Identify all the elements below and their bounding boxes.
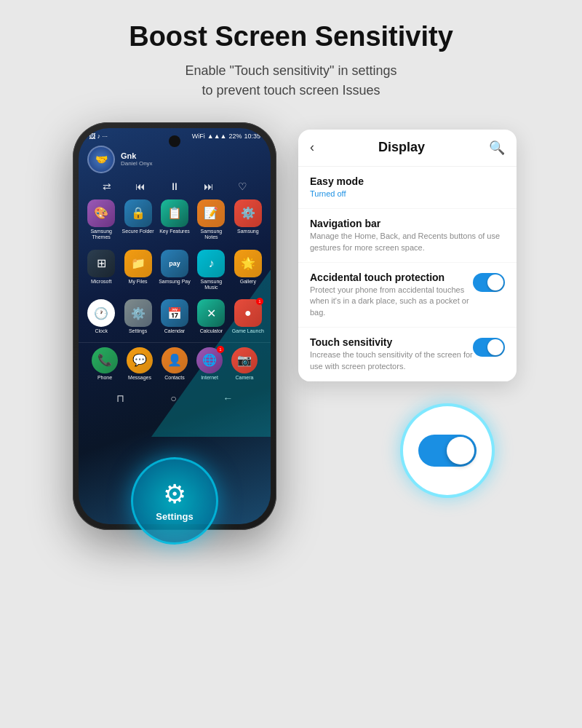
wifi-icon: WiFi [192,132,205,140]
big-toggle[interactable] [418,435,477,467]
profile-info: Gnk Daniel Onyx [121,151,153,167]
settings-highlight-circle[interactable]: ⚙ Settings [131,457,218,545]
app-my-files[interactable]: 📁 My Files [121,250,154,291]
panel-header: ‹ Display 🔍 [298,130,517,167]
panel-item-touch-sensitivity[interactable]: Touch sensitivity Increase the touch sen… [298,328,517,381]
shuffle-btn[interactable]: ⇄ [103,181,111,192]
app-icon-calendar: 📅 [161,299,188,327]
accidental-touch-row: Accidental touch protection Protect your… [310,272,505,318]
app-key-features[interactable]: 📋 Key Features [158,199,191,241]
dock-icon-camera: 📷 [231,347,258,373]
dock: 📞 Phone 💬 Messages 👤 Contacts 🌐 [79,342,271,385]
touch-sensitivity-toggle[interactable] [473,338,505,357]
prev-btn[interactable]: ⏮ [135,181,146,192]
dock-messages[interactable]: 💬 Messages [127,347,153,381]
app-gallery[interactable]: 🌟 Gallery [231,250,265,291]
app-label-secure: Secure Folder [122,229,154,234]
touch-sensitivity-row: Touch sensitivity Increase the touch sen… [310,336,505,372]
signal-icon: ▲▲▲ [207,132,227,140]
app-microsoft[interactable]: ⊞ Microsoft [84,250,118,291]
app-label-notes: Samsung Notes [194,229,228,241]
app-label-key: Key Features [159,229,190,234]
page-title: Boost Screen Sensitivity [129,22,453,52]
app-label-calculator: Calculator [200,328,223,334]
app-samsung-music[interactable]: ♪ Samsung Music [194,250,228,291]
dock-label-contacts: Contacts [164,375,185,381]
dock-label-internet: Internet [201,375,218,381]
app-calendar[interactable]: 📅 Calendar [158,299,191,334]
app-icon-settings: ⚙️ [124,299,152,327]
accidental-touch-text: Accidental touch protection Protect your… [310,272,473,318]
easy-mode-subtitle: Turned off [310,189,505,199]
panel-search-icon[interactable]: 🔍 [489,140,505,156]
app-label-calendar: Calendar [164,328,185,334]
phone-mockup: 🖼 ♪ ··· WiFi ▲▲▲ 22% 10:35 🤝 Gnk [65,122,284,530]
app-samsung-notes[interactable]: 📝 Samsung Notes [194,199,228,241]
app-icon-clock: 🕐 [87,299,115,327]
profile-subtitle: Daniel Onyx [121,160,153,167]
app-icon-game: ● 1 [234,299,262,327]
touch-sensitivity-title: Touch sensitivity [310,336,473,348]
app-label-pay: Samsung Pay [159,279,191,285]
dock-internet[interactable]: 🌐 1 Internet [196,347,223,381]
nav-bar: ⊓ ○ ← [79,388,271,408]
page-subtitle: Enable "Touch sensitivity" in settingsto… [186,61,397,100]
app-samsung[interactable]: ⚙️ Samsung [231,199,265,241]
media-controls: ⇄ ⏮ ⏸ ⏭ ♡ [79,178,271,195]
accidental-touch-toggle[interactable] [473,273,505,292]
app-samsung-pay[interactable]: pay Samsung Pay [158,250,191,291]
status-left: 🖼 ♪ ··· [89,132,108,140]
profile-name: Gnk [121,151,153,160]
main-content: 🖼 ♪ ··· WiFi ▲▲▲ 22% 10:35 🤝 Gnk [15,122,567,530]
app-icon-key: 📋 [161,199,188,227]
dock-icon-internet: 🌐 1 [196,347,223,373]
panel-item-accidental-touch[interactable]: Accidental touch protection Protect your… [298,263,517,328]
accidental-touch-subtitle: Protect your phone from accidental touch… [310,285,473,318]
toggle-knob-sensitivity [487,339,503,355]
app-grid-row2: ⊞ Microsoft 📁 My Files pay Samsung Pay ♪… [79,245,271,296]
app-icon-secure: 🔒 [124,199,152,227]
dock-label-phone: Phone [97,375,112,381]
right-section: ‹ Display 🔍 Easy mode Turned off Navigat… [298,122,517,498]
app-label-music: Samsung Music [194,279,228,291]
touch-sensitivity-text: Touch sensitivity Increase the touch sen… [310,336,473,372]
panel-back-btn[interactable]: ‹ [310,140,314,155]
dock-icon-phone: 📞 [92,347,118,373]
settings-circle-icon: ⚙ [163,479,186,510]
app-label-game: Game Launch [232,328,264,334]
app-icon-notes: 📝 [197,199,225,227]
app-settings[interactable]: ⚙️ Settings [121,299,154,334]
settings-panel: ‹ Display 🔍 Easy mode Turned off Navigat… [298,130,517,381]
app-label-files: My Files [129,279,148,285]
nav-back[interactable]: ← [223,392,233,404]
app-secure-folder[interactable]: 🔒 Secure Folder [121,199,154,241]
dock-phone[interactable]: 📞 Phone [92,347,118,381]
app-icon-themes: 🎨 [87,199,115,227]
app-icon-pay: pay [161,250,188,277]
settings-circle-label: Settings [156,511,193,522]
app-samsung-themes[interactable]: 🎨 Samsung Themes [84,199,118,241]
nav-bar-title: Navigation bar [310,218,505,229]
app-clock[interactable]: 🕐 Clock [84,299,118,334]
time-label: 10:35 [244,132,260,140]
play-btn[interactable]: ⏸ [170,181,180,192]
easy-mode-title: Easy mode [310,175,505,187]
app-label-settings: Settings [129,328,147,334]
accidental-touch-title: Accidental touch protection [310,272,473,283]
dock-icon-contacts: 👤 [162,347,188,373]
status-bar: 🖼 ♪ ··· WiFi ▲▲▲ 22% 10:35 [79,128,271,141]
app-grid-row3: 🕐 Clock ⚙️ Settings 📅 Calendar ✕ Calcula… [79,295,271,339]
app-icon-microsoft: ⊞ [87,250,115,277]
app-calculator[interactable]: ✕ Calculator [194,299,228,334]
dock-contacts[interactable]: 👤 Contacts [162,347,188,381]
app-game-launch[interactable]: ● 1 Game Launch [231,299,265,334]
next-btn[interactable]: ⏭ [204,181,214,192]
heart-btn[interactable]: ♡ [238,181,247,192]
panel-item-easy-mode[interactable]: Easy mode Turned off [298,167,517,209]
dock-camera[interactable]: 📷 Camera [231,347,258,381]
nav-home[interactable]: ○ [170,392,176,404]
nav-recent[interactable]: ⊓ [116,392,124,404]
app-label-clock: Clock [95,328,108,334]
internet-badge: 1 [217,346,224,353]
panel-item-nav-bar[interactable]: Navigation bar Manage the Home, Back, an… [298,209,517,263]
